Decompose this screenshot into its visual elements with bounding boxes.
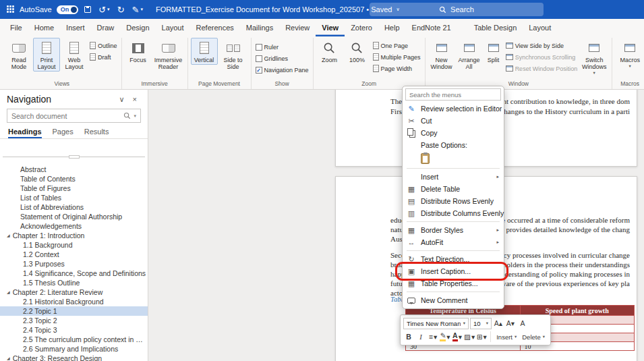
menu-search-input[interactable] [409, 91, 497, 99]
tab-design[interactable]: Design [120, 19, 155, 36]
menu-item-delete-table[interactable]: ▦Delete Table [403, 183, 504, 195]
shading-button[interactable]: ▨▾ [464, 331, 475, 343]
bold-button[interactable]: B [403, 331, 414, 343]
nav-item-chapter[interactable]: ◢Chapter 1: Introduction [0, 231, 148, 240]
tab-home[interactable]: Home [28, 19, 60, 36]
search-box[interactable]: Search [370, 3, 544, 16]
nav-list-handle[interactable] [69, 155, 80, 159]
nav-item[interactable]: 1.5 Thesis Outline [0, 278, 148, 287]
font-color-button[interactable]: A▾ [452, 331, 463, 343]
menu-item-distribute-columns[interactable]: ▥Distribute Columns Evenly [403, 207, 504, 219]
highlight-color-button[interactable]: ✎▾ [440, 331, 450, 343]
redo-button[interactable]: ↻ [116, 0, 126, 19]
font-size-select[interactable]: 10▾ [470, 318, 492, 329]
nav-item-chapter[interactable]: ◢Chapter 3: Research Design [0, 354, 148, 361]
zoom-button[interactable]: Zoom [316, 38, 343, 65]
collapse-triangle-icon[interactable]: ◢ [7, 354, 10, 361]
gridlines-checkbox[interactable]: Gridlines [254, 53, 310, 63]
alignment-button[interactable]: ≡▾ [428, 331, 438, 343]
nav-item[interactable]: Statement of Original Authorship [0, 212, 148, 221]
borders-button[interactable]: ⊞▾ [476, 331, 487, 343]
navigation-pane-checkbox[interactable]: ✓Navigation Pane [254, 65, 310, 75]
nav-search-caret-icon[interactable]: ▾ [134, 113, 136, 119]
tab-insert[interactable]: Insert [60, 19, 91, 36]
tab-endnote[interactable]: EndNote 21 [406, 19, 457, 36]
nav-item[interactable]: 1.2 Context [0, 250, 148, 259]
tab-file[interactable]: File [4, 19, 28, 36]
nav-search-box[interactable]: ▾ [7, 109, 141, 123]
menu-item-border-styles[interactable]: ▦Border Styles▸ [403, 224, 504, 236]
vertical-button[interactable]: Vertical [191, 38, 218, 65]
font-name-select[interactable]: Times New Roman▾ [403, 318, 469, 329]
undo-button[interactable]: ↺▾ [97, 0, 111, 19]
print-layout-button[interactable]: Print Layout [33, 38, 60, 72]
nav-item[interactable]: Table of Figures [0, 184, 148, 193]
collapse-triangle-icon[interactable]: ◢ [7, 287, 10, 297]
tab-draw[interactable]: Draw [91, 19, 121, 36]
menu-item-review-in-editor[interactable]: ✎Review selection in Editor [403, 103, 504, 115]
nav-item[interactable]: 2.4 Topic 3 [0, 325, 148, 335]
read-mode-button[interactable]: Read Mode [5, 38, 32, 72]
menu-search-box[interactable] [405, 88, 501, 101]
macros-button[interactable]: Macros▾ [615, 38, 644, 70]
page-width-button[interactable]: Page Width [372, 63, 422, 74]
navigation-pane-close-icon[interactable]: × [129, 95, 141, 103]
nav-tab-pages[interactable]: Pages [53, 128, 74, 138]
nav-item[interactable]: Abstract [0, 165, 148, 174]
nav-item[interactable]: 2.1 Historical Background [0, 297, 148, 306]
menu-item-table-properties[interactable]: ▦Table Properties... [403, 277, 504, 289]
tab-zotero[interactable]: Zotero [345, 19, 378, 36]
nav-item[interactable]: List of Tables [0, 193, 148, 202]
focus-button[interactable]: Focus [125, 38, 152, 65]
immersive-reader-button[interactable]: Immersive Reader [152, 38, 185, 72]
one-page-button[interactable]: One Page [372, 40, 422, 51]
split-button[interactable]: Split [484, 38, 504, 65]
tab-view[interactable]: View [316, 19, 345, 36]
tab-table-design[interactable]: Table Design [468, 19, 523, 36]
tab-mailings[interactable]: Mailings [240, 19, 279, 36]
nav-item[interactable]: 1.3 Purposes [0, 259, 148, 269]
nav-item-selected[interactable]: 2.2 Topic 1 [0, 306, 148, 316]
draw-pen-button[interactable]: ✎▾ [131, 0, 144, 19]
shrink-font-button[interactable]: A▾ [505, 318, 516, 329]
side-to-side-button[interactable]: Side to Side [218, 38, 248, 72]
tab-references[interactable]: References [190, 19, 240, 36]
word-app-icon[interactable] [7, 5, 15, 13]
tab-layout[interactable]: Layout [156, 19, 190, 36]
save-button[interactable] [83, 0, 92, 19]
nav-item[interactable]: 2.6 Summary and Implications [0, 344, 148, 354]
nav-item[interactable]: List of Abbreviations [0, 202, 148, 212]
menu-item-text-direction[interactable]: ↻Text Direction... [403, 253, 504, 265]
zoom-100-button[interactable]: 100% [344, 38, 371, 65]
web-layout-button[interactable]: Web Layout [61, 38, 88, 72]
nav-item[interactable]: 1.4 Significance, Scope and Definitions [0, 269, 148, 278]
paste-clipboard-icon[interactable] [421, 153, 430, 164]
tab-review[interactable]: Review [279, 19, 316, 36]
menu-item-cut[interactable]: ✂Cut [403, 115, 504, 127]
menu-item-insert[interactable]: Insert▸ [403, 171, 504, 183]
nav-item[interactable]: Table of Contents [0, 174, 148, 184]
delete-button[interactable]: Delete▾ [520, 333, 547, 341]
nav-search-input[interactable] [11, 112, 121, 120]
view-side-by-side-button[interactable]: View Side by Side [504, 40, 579, 51]
grow-font-button[interactable]: A▴ [493, 318, 504, 329]
nav-tab-headings[interactable]: Headings [8, 128, 42, 138]
menu-item-distribute-rows[interactable]: ▤Distribute Rows Evenly [403, 195, 504, 207]
new-window-button[interactable]: New Window [428, 38, 455, 72]
nav-tab-results[interactable]: Results [84, 128, 109, 138]
menu-item-copy[interactable]: Copy [403, 127, 504, 139]
styles-button[interactable]: A [517, 318, 528, 329]
menu-item-new-comment[interactable]: New Comment [403, 294, 504, 306]
switch-windows-button[interactable]: Switch Windows▾ [579, 38, 609, 76]
draft-button[interactable]: Draft [88, 52, 119, 62]
autosave-toggle[interactable]: On [57, 5, 79, 14]
insert-button[interactable]: Insert▾ [494, 333, 519, 341]
italic-button[interactable]: I [415, 331, 426, 343]
nav-item[interactable]: 1.1 Background [0, 240, 148, 250]
menu-item-insert-caption[interactable]: ▣ Insert Caption... [403, 265, 504, 277]
nav-item[interactable]: Acknowledgements [0, 221, 148, 231]
ruler-checkbox[interactable]: Ruler [254, 42, 310, 52]
navigation-pane-chevron-icon[interactable]: ∨ [115, 95, 129, 104]
collapse-triangle-icon[interactable]: ◢ [7, 231, 10, 240]
menu-item-autofit[interactable]: ↔AutoFit▸ [403, 236, 504, 248]
